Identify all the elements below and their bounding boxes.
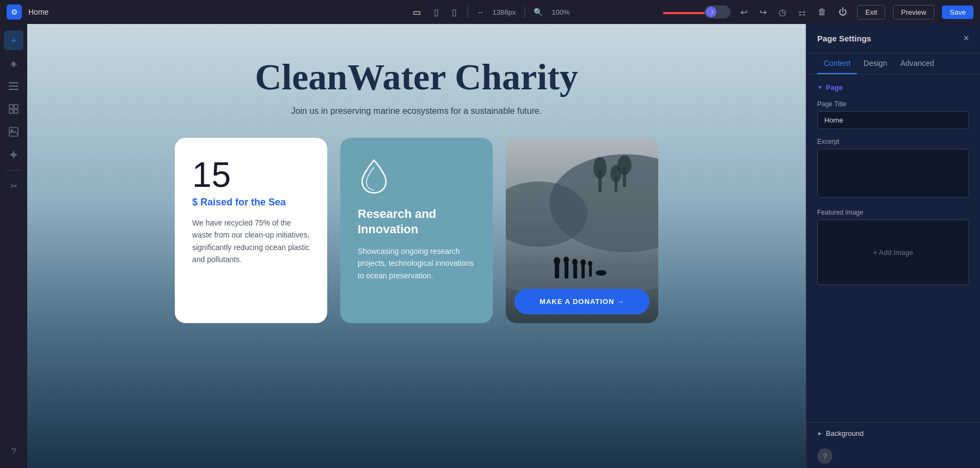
- power-btn[interactable]: ⏻: [836, 6, 849, 18]
- page-section-chevron: ▼: [817, 84, 823, 90]
- mobile-device-btn[interactable]: ▯: [450, 5, 459, 20]
- research-title: Research and Innovation: [358, 206, 475, 238]
- sidebar-item-nav[interactable]: [4, 76, 23, 96]
- logo-icon: ⚙: [7, 4, 22, 20]
- page-title-label: Page Title: [817, 100, 969, 108]
- tab-design[interactable]: Design: [857, 53, 894, 74]
- stat-description: We have recycled 75% of the waste from o…: [192, 217, 310, 266]
- svg-rect-6: [14, 110, 18, 113]
- preview-btn[interactable]: Preview: [893, 5, 934, 20]
- toggle-thumb: ☽: [706, 7, 716, 17]
- page-settings-panel: Page Settings × Content Design Advanced …: [806, 24, 980, 468]
- canvas-content: CleanWater Charity Join us in preserving…: [27, 24, 806, 468]
- tab-advanced[interactable]: Advanced: [894, 53, 941, 74]
- sidebar-item-media[interactable]: [4, 122, 23, 142]
- moon-icon: ☽: [709, 9, 714, 15]
- panel-tabs: Content Design Advanced: [806, 53, 980, 75]
- donation-card: MAKE A DONATION →: [506, 138, 658, 323]
- sidebar-item-add[interactable]: ＋: [4, 31, 23, 50]
- page-title-field-group: Page Title: [817, 100, 969, 129]
- toolbar-center: ▭ ▯ ▯ ↔ 1388px 🔍 100%: [411, 5, 570, 20]
- sidebar-item-tools[interactable]: ✂: [4, 176, 23, 196]
- tab-content[interactable]: Content: [817, 53, 857, 74]
- save-btn[interactable]: Save: [942, 5, 973, 19]
- page-title-input[interactable]: [817, 111, 969, 129]
- delete-btn[interactable]: 🗑: [816, 6, 829, 18]
- sidebar-item-help[interactable]: ?: [4, 442, 23, 461]
- theme-toggle[interactable]: ☽: [705, 5, 731, 19]
- site-subtitle: Join us in preserving marine ecosystems …: [291, 106, 542, 116]
- water-drop-icon: [358, 157, 390, 196]
- svg-rect-1: [9, 86, 19, 87]
- page-section-label: Page: [826, 83, 843, 92]
- sidebar-divider: [6, 170, 21, 171]
- svg-rect-4: [14, 105, 18, 108]
- exit-btn[interactable]: Exit: [857, 5, 885, 20]
- excerpt-field-group: Excerpt: [817, 138, 969, 200]
- help-icon[interactable]: ?: [817, 448, 832, 464]
- featured-image-field-group: Featured Image + Add Image: [817, 209, 969, 285]
- left-sidebar: ＋ ◈ ✂ ?: [0, 24, 27, 468]
- tablet-device-btn[interactable]: ▯: [432, 5, 441, 20]
- excerpt-textarea[interactable]: [817, 149, 969, 198]
- sidebar-item-elements[interactable]: [4, 99, 23, 119]
- add-image-label: + Add Image: [873, 248, 913, 257]
- stats-card: 15 $ Raised for the Sea We have recycled…: [175, 138, 327, 323]
- panel-title: Page Settings: [817, 34, 871, 43]
- cards-row: 15 $ Raised for the Sea We have recycled…: [153, 138, 680, 323]
- main-canvas: CleanWater Charity Join us in preserving…: [27, 24, 806, 468]
- panel-header: Page Settings ×: [806, 24, 980, 53]
- bg-section-chevron: ►: [817, 430, 823, 436]
- stat-number: 15: [192, 157, 310, 192]
- featured-image-label: Featured Image: [817, 209, 969, 216]
- desktop-device-btn[interactable]: ▭: [411, 5, 423, 20]
- bg-section-label: Background: [826, 429, 863, 437]
- redo-btn[interactable]: ↪: [757, 6, 769, 19]
- width-display: 1388px: [493, 8, 516, 16]
- page-section-header[interactable]: ▼ Page: [817, 83, 969, 92]
- panel-body: ▼ Page Page Title Excerpt Featured Image…: [806, 75, 980, 422]
- excerpt-label: Excerpt: [817, 138, 969, 145]
- panel-close-btn[interactable]: ×: [963, 33, 969, 44]
- undo-btn[interactable]: ↩: [738, 6, 750, 19]
- svg-rect-0: [9, 82, 19, 83]
- svg-rect-3: [9, 105, 13, 108]
- research-card: Research and Innovation Showcasing ongoi…: [340, 138, 493, 323]
- zoom-display: 100%: [552, 8, 569, 16]
- history-btn[interactable]: ◷: [776, 6, 788, 19]
- background-section-header[interactable]: ► Background: [806, 422, 980, 444]
- featured-image-box[interactable]: + Add Image: [817, 220, 969, 285]
- toolbar-right: ☽ ↩ ↪ ◷ ⚏ 🗑 ⏻ Exit Preview Save: [705, 5, 973, 20]
- sidebar-item-integrate[interactable]: [4, 145, 23, 165]
- top-bar: ⚙ Home ▭ ▯ ▯ ↔ 1388px 🔍 100% ► ☽ ↩ ↪ ◷ ⚏…: [0, 0, 980, 24]
- page-name-label: Home: [28, 8, 48, 16]
- sidebar-item-layers[interactable]: ◈: [4, 53, 23, 73]
- svg-rect-2: [9, 89, 19, 90]
- research-text: Showcasing ongoing research projects, te…: [358, 245, 475, 282]
- donate-button[interactable]: MAKE A DONATION →: [514, 289, 650, 314]
- stat-subtitle: $ Raised for the Sea: [192, 197, 310, 208]
- settings-btn[interactable]: ⚏: [796, 6, 808, 19]
- site-title: CleanWater Charity: [255, 57, 578, 98]
- svg-rect-5: [9, 110, 13, 113]
